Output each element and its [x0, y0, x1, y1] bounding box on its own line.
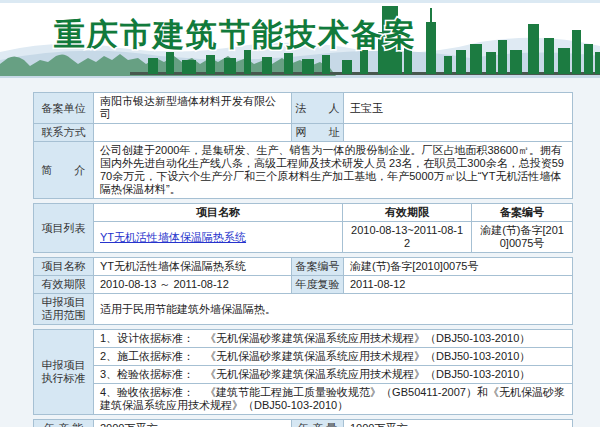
annual-capacity-label: 年 产 能: [34, 420, 94, 427]
table-row: 有效期限 2010-08-13 ～ 2011-08-12 年度复验 2011-0…: [34, 276, 573, 294]
table-row: 简 介 公司创建于2000年，是集研发、生产、销售为一体的股份制企业。厂区占地面…: [34, 142, 573, 199]
valid-period-label: 有效期限: [34, 276, 94, 294]
standards-label-line2: 执行标准: [36, 372, 91, 385]
table-row: 4、验收依据标准： 《建筑节能工程施工质量验收规范》（GB50411-2007）…: [34, 384, 573, 415]
table-row: 项目名称 YT无机活性墙体保温隔热系统 备案编号 渝建(节)备字[2010]00…: [34, 258, 573, 276]
page-header: 重庆市建筑节能技术备案: [0, 0, 600, 78]
intro-label: 简 介: [34, 142, 94, 199]
scope-label: 申报项目 适用范围: [34, 294, 94, 325]
table-row: 申报项目 适用范围 适用于民用节能建筑外墙保温隔热。: [34, 294, 573, 325]
filing-number-value: 渝建(节)备字[2010]0075号: [344, 258, 573, 276]
project-name-link[interactable]: YT无机活性墙体保温隔热系统: [100, 231, 246, 243]
table-row: 申报项目 执行标准 1、设计依据标准： 《无机保温砂浆建筑保温系统应用技术规程》…: [34, 330, 573, 348]
filing-unit-value: 南阳市银达新型墙体材料开发有限公司: [94, 93, 292, 124]
table-row: 联系方式 网 址: [34, 124, 573, 142]
company-info-table: 备案单位 南阳市银达新型墙体材料开发有限公司 法 人 王宝玉 联系方式 网 址 …: [33, 92, 573, 199]
project-list-inner-table: 项目名称 有效期限 备案编号 YT无机活性墙体保温隔热系统 2010-08-13…: [94, 204, 572, 252]
standard-item-design: 1、设计依据标准： 《无机保温砂浆建筑保温系统应用技术规程》（DBJ50-103…: [94, 330, 573, 348]
table-header-row: 项目名称 有效期限 备案编号: [94, 204, 572, 222]
contact-label: 联系方式: [34, 124, 94, 142]
table-row: 3、检验依据标准： 《无机保温砂浆建筑保温系统应用技术规程》（DBJ50-103…: [34, 366, 573, 384]
project-list-table: 项目列表 项目名称 有效期限 备案编号 YT无机活性墙体保温隔热系统 2010-…: [33, 203, 573, 253]
project-period-cell: 2010-08-13~2011-08-12: [343, 222, 472, 253]
skyline-illustration: 重庆市建筑节能技术备案: [0, 0, 600, 78]
project-detail-table: 项目名称 YT无机活性墙体保温隔热系统 备案编号 渝建(节)备字[2010]00…: [33, 257, 573, 325]
annual-recheck-label: 年度复验: [292, 276, 344, 294]
standard-item-acceptance: 4、验收依据标准： 《建筑节能工程施工质量验收规范》（GB50411-2007）…: [94, 384, 573, 415]
annual-output-value: 1000万平方: [344, 420, 573, 427]
annual-output-label: 年 产 量: [292, 420, 344, 427]
scope-value: 适用于民用节能建筑外墙保温隔热。: [94, 294, 573, 325]
filing-unit-label: 备案单位: [34, 93, 94, 124]
project-list-label: 项目列表: [34, 204, 94, 253]
col-header-project-name: 项目名称: [94, 204, 343, 222]
standards-label-line1: 申报项目: [36, 359, 91, 372]
table-row: 2、施工依据标准： 《无机保温砂浆建筑保温系统应用技术规程》（DBJ50-103…: [34, 348, 573, 366]
col-header-filing-number: 备案编号: [472, 204, 572, 222]
standards-table: 申报项目 执行标准 1、设计依据标准： 《无机保温砂浆建筑保温系统应用技术规程》…: [33, 329, 573, 415]
standard-item-inspection: 3、检验依据标准： 《无机保温砂浆建筑保温系统应用技术规程》（DBJ50-103…: [94, 366, 573, 384]
production-table: 年 产 能 2000万平方 年 产 量 1000万平方 实物照片: [33, 419, 573, 427]
website-value: [344, 124, 573, 142]
standards-label: 申报项目 执行标准: [34, 330, 94, 415]
standard-item-construction: 2、施工依据标准： 《无机保温砂浆建筑保温系统应用技术规程》（DBJ50-103…: [94, 348, 573, 366]
legal-person-value: 王宝玉: [344, 93, 573, 124]
project-name-value: YT无机活性墙体保温隔热系统: [94, 258, 292, 276]
legal-person-label: 法 人: [292, 93, 344, 124]
page: 重庆市建筑节能技术备案 备案单位 南阳市银达新型墙体材料开发有限公司 法 人 王…: [0, 0, 600, 427]
table-row: YT无机活性墙体保温隔热系统 2010-08-13~2011-08-12 渝建(…: [94, 222, 572, 253]
page-title: 重庆市建筑节能技术备案: [53, 17, 417, 52]
valid-period-value: 2010-08-13 ～ 2011-08-12: [94, 276, 292, 294]
project-name-label: 项目名称: [34, 258, 94, 276]
scope-label-line2: 适用范围: [36, 309, 91, 322]
table-row: 备案单位 南阳市银达新型墙体材料开发有限公司 法 人 王宝玉: [34, 93, 573, 124]
website-label: 网 址: [292, 124, 344, 142]
table-row: 项目列表 项目名称 有效期限 备案编号 YT无机活性墙体保温隔热系统 2010-…: [34, 204, 573, 253]
intro-value: 公司创建于2000年，是集研发、生产、销售为一体的股份制企业。厂区占地面积386…: [94, 142, 573, 199]
col-header-valid-period: 有效期限: [343, 204, 472, 222]
filing-number-label: 备案编号: [292, 258, 344, 276]
scope-label-line1: 申报项目: [36, 296, 91, 309]
annual-recheck-value: 2011-08-12: [344, 276, 573, 294]
annual-capacity-value: 2000万平方: [94, 420, 292, 427]
contact-value: [94, 124, 292, 142]
project-number-cell: 渝建(节)备字[2010]0075号: [472, 222, 572, 253]
table-row: 年 产 能 2000万平方 年 产 量 1000万平方: [34, 420, 573, 427]
